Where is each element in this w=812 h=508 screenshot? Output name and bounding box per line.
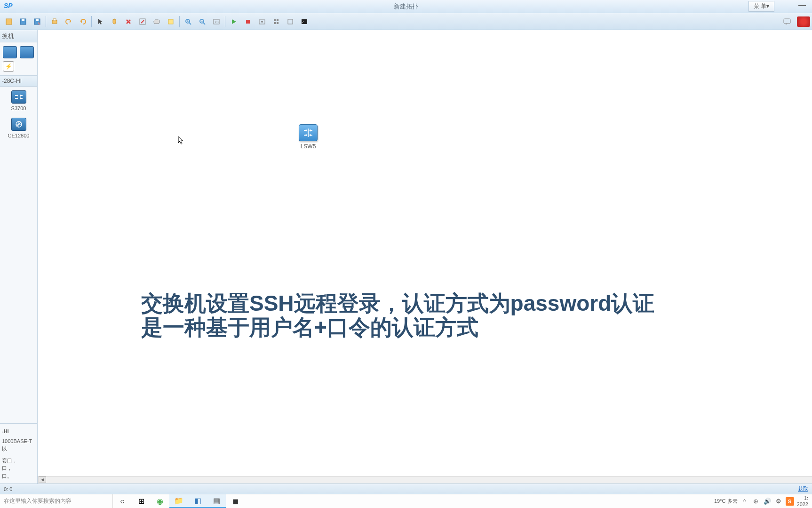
fit-icon[interactable]: 1:1 <box>210 15 223 28</box>
pointer-icon[interactable] <box>94 15 107 28</box>
status-right-link[interactable]: 获取 <box>798 485 808 492</box>
svg-point-16 <box>261 21 263 23</box>
annotation-icon[interactable] <box>150 15 163 28</box>
svg-rect-4 <box>36 19 39 21</box>
ime-icon[interactable]: ⚙ <box>774 497 783 506</box>
app-icon[interactable]: ◼ <box>226 494 245 508</box>
svg-rect-17 <box>274 19 276 21</box>
desc-title: -HI <box>2 427 35 435</box>
device-item-ce12800[interactable]: CE12800 <box>2 118 35 138</box>
app-icon[interactable]: ▦ <box>207 494 226 508</box>
toolbar: 1:1 <box>0 13 812 30</box>
svg-rect-6 <box>53 19 56 21</box>
play-icon[interactable] <box>227 15 240 28</box>
main-area: 换机 ⚡ -28C-HI S3700 CE12800 -HI 1000BA <box>0 30 812 484</box>
window-title: 新建拓扑 <box>394 2 418 11</box>
desc-text: 口。 <box>2 472 35 480</box>
explorer-icon[interactable]: 📁 <box>169 494 188 508</box>
titlebar: SP 新建拓扑 菜 单▾ — <box>0 0 812 13</box>
caption-line2: 是一种基于用户名+口令的认证方式 <box>141 315 654 339</box>
desc-text: 1000BASE-T以 <box>2 437 35 453</box>
note-icon[interactable] <box>164 15 177 28</box>
date: 2022 <box>797 501 808 507</box>
window-icon[interactable] <box>284 15 297 28</box>
node-label: LSW5 <box>299 143 318 150</box>
svg-rect-21 <box>288 19 293 24</box>
device-list-header: -28C-HI <box>0 75 37 87</box>
chevron-up-icon[interactable]: ^ <box>740 497 749 506</box>
system-tray: 19°C 多云 ^ ⊕ 🔊 ⚙ S 1: 2022 <box>714 495 812 507</box>
volume-icon[interactable]: 🔊 <box>763 497 772 506</box>
expand-icon[interactable] <box>270 15 283 28</box>
status-left: 0: 0 <box>4 486 12 492</box>
device-description: -HI 1000BASE-T以 妾口， 口， 口。 <box>0 423 37 484</box>
category-other-icon[interactable]: ⚡ <box>3 61 14 72</box>
wechat-icon[interactable]: ◉ <box>151 494 169 508</box>
device-list: S3700 CE12800 <box>0 87 37 423</box>
topology-node-lsw5[interactable]: LSW5 <box>299 124 318 150</box>
ensp-app-icon[interactable]: ◧ <box>188 494 207 508</box>
sogou-ime-icon[interactable]: S <box>786 497 794 506</box>
svg-rect-8 <box>154 20 159 24</box>
svg-rect-0 <box>6 19 12 24</box>
switch-node-icon <box>299 124 318 141</box>
sidebar: 换机 ⚡ -28C-HI S3700 CE12800 -HI 1000BA <box>0 30 38 484</box>
taskview-icon[interactable]: ⊞ <box>132 494 151 508</box>
statusbar: 0: 0 获取 <box>0 484 812 494</box>
caption-line1: 交换机设置SSH远程登录，认证方式为password认证 <box>141 291 654 315</box>
search-input[interactable]: 在这里输入你要搜索的内容 <box>0 494 113 508</box>
clock[interactable]: 1: 2022 <box>797 495 808 507</box>
desc-text: 口， <box>2 464 35 472</box>
taskbar: 在这里输入你要搜索的内容 ○ ⊞ ◉ 📁 ◧ ▦ ◼ 19°C 多云 ^ ⊕ 🔊… <box>0 494 812 508</box>
new-icon[interactable] <box>2 15 16 28</box>
svg-rect-14 <box>246 20 250 24</box>
device-label: S3700 <box>2 105 35 111</box>
stop-icon[interactable] <box>241 15 255 28</box>
huawei-logo-icon <box>797 16 810 27</box>
svg-text:1:1: 1:1 <box>215 20 219 24</box>
redo-icon[interactable] <box>76 15 89 28</box>
horizontal-scrollbar[interactable]: ◄ <box>38 476 812 484</box>
save-icon[interactable] <box>16 15 30 28</box>
minimize-button[interactable]: — <box>797 3 807 10</box>
svg-rect-9 <box>168 19 173 24</box>
switch-icon <box>11 118 26 131</box>
time: 1: <box>797 495 808 501</box>
feedback-icon[interactable] <box>780 15 794 28</box>
svg-rect-18 <box>277 19 279 21</box>
cortana-icon[interactable]: ○ <box>113 494 132 508</box>
category-switch-icon[interactable] <box>20 46 34 58</box>
zoomin-icon[interactable] <box>182 15 195 28</box>
menu-button[interactable]: 菜 单▾ <box>748 1 774 12</box>
terminal-icon[interactable] <box>298 15 311 28</box>
saveas-icon[interactable] <box>31 15 44 28</box>
svg-rect-2 <box>22 19 24 21</box>
undo-icon[interactable] <box>62 15 75 28</box>
network-icon[interactable]: ⊕ <box>752 497 760 506</box>
zoomout-icon[interactable] <box>196 15 209 28</box>
device-label: CE12800 <box>2 133 35 138</box>
overlay-caption: 交换机设置SSH远程登录，认证方式为password认证 是一种基于用户名+口令… <box>141 291 654 339</box>
sidebar-header: 换机 <box>0 30 37 42</box>
delete-icon[interactable] <box>122 15 135 28</box>
svg-rect-19 <box>274 22 276 24</box>
print-icon[interactable] <box>48 15 61 28</box>
svg-rect-23 <box>784 19 790 24</box>
capture-icon[interactable] <box>255 15 269 28</box>
desc-text: 妾口， <box>2 457 35 465</box>
canvas[interactable]: LSW5 交换机设置SSH远程登录，认证方式为password认证 是一种基于用… <box>38 30 812 484</box>
cursor-icon <box>178 136 184 146</box>
edit-icon[interactable] <box>136 15 149 28</box>
svg-rect-22 <box>302 19 307 24</box>
hand-icon[interactable] <box>108 15 121 28</box>
weather-widget[interactable]: 19°C 多云 <box>714 498 738 505</box>
category-router-icon[interactable] <box>3 46 17 58</box>
switch-icon <box>11 90 26 104</box>
svg-rect-20 <box>277 22 279 24</box>
device-categories: ⚡ <box>0 42 37 75</box>
device-item-s3700[interactable]: S3700 <box>2 90 35 111</box>
app-logo: SP <box>4 2 13 9</box>
scroll-left-icon[interactable]: ◄ <box>39 476 46 483</box>
